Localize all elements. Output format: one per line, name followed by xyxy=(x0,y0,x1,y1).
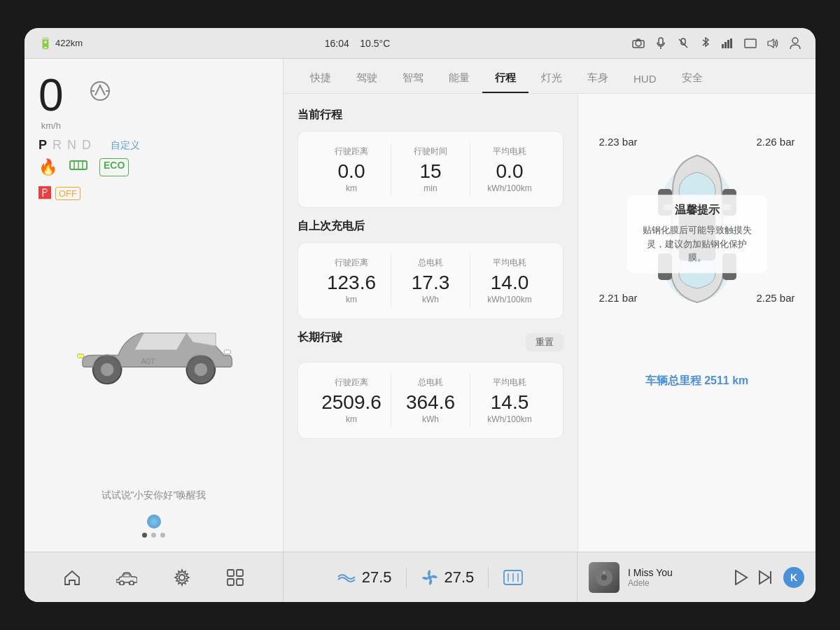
warning-icons: 🅿 OFF xyxy=(38,186,269,201)
tab-灯光[interactable]: 灯光 xyxy=(528,64,575,93)
nav-settings[interactable] xyxy=(173,568,191,587)
gear-N[interactable]: N xyxy=(67,138,76,153)
signal-icon[interactable] xyxy=(722,37,734,50)
battery-indicator: 🔋 422km xyxy=(38,36,83,50)
gear-D[interactable]: D xyxy=(82,138,91,153)
climate-left-temp: 27.5 xyxy=(362,568,392,587)
svg-line-4 xyxy=(679,39,687,48)
svg-rect-38 xyxy=(227,570,234,576)
music-info: I Miss You Adele xyxy=(628,567,726,588)
status-center: 16:04 10.5°C xyxy=(325,38,391,49)
svg-text:A07: A07 xyxy=(141,358,155,366)
drive-mode xyxy=(85,80,115,105)
tire-panel: 2.23 bar 2.26 bar 2.21 bar 2.25 bar xyxy=(578,94,816,552)
svg-point-42 xyxy=(428,575,432,580)
voice-prompt: 试试说"小安你好"唤醒我 xyxy=(38,489,269,502)
play-button[interactable] xyxy=(734,570,748,585)
music-controls: K xyxy=(734,567,804,588)
svg-rect-39 xyxy=(237,570,243,576)
main-screen: 🔋 422km 16:04 10.5°C xyxy=(24,28,816,602)
svg-rect-9 xyxy=(730,38,732,48)
svg-marker-51 xyxy=(760,571,769,584)
tire-rl: 2.21 bar xyxy=(599,292,638,304)
stat-total-energy-long: 总电耗 364.6 kWh xyxy=(391,374,470,427)
page-dot-2[interactable] xyxy=(151,533,156,538)
tab-快捷[interactable]: 快捷 xyxy=(298,64,344,93)
ac-icon xyxy=(337,570,356,585)
user-icon[interactable] xyxy=(789,37,802,50)
bluetooth-icon[interactable] xyxy=(699,37,712,50)
page-dot-3[interactable] xyxy=(160,533,165,538)
gear-P[interactable]: P xyxy=(38,138,47,153)
voice-dot[interactable] xyxy=(147,514,161,528)
music-section: I Miss You Adele K xyxy=(578,562,816,593)
tab-HUD[interactable]: HUD xyxy=(621,66,669,93)
svg-point-48 xyxy=(601,575,607,580)
mic-icon[interactable] xyxy=(654,37,667,50)
speed-unit: km/h xyxy=(41,120,61,131)
warning-text: 贴钢化膜后可能导致触摸失灵，建议勿加贴钢化保护膜。 xyxy=(638,223,756,265)
climate-left[interactable]: 27.5 xyxy=(337,568,392,587)
tab-能量[interactable]: 能量 xyxy=(436,64,482,93)
svg-point-37 xyxy=(179,575,185,580)
current-trip-stats: 行驶距离 0.0 km 行驶时间 15 min 平均电耗 xyxy=(312,143,549,196)
current-time: 16:04 xyxy=(325,38,349,49)
svg-point-0 xyxy=(636,41,641,46)
long-term-stats: 行驶距离 2509.6 km 总电耗 364.6 kWh 平均电耗 xyxy=(312,374,549,427)
music-title: I Miss You xyxy=(628,567,726,578)
gear-R[interactable]: R xyxy=(52,138,62,153)
tab-安全[interactable]: 安全 xyxy=(669,64,715,93)
window-icon[interactable] xyxy=(744,37,757,50)
svg-point-36 xyxy=(130,581,134,585)
since-charge-stats: 行驶距离 123.6 km 总电耗 17.3 kWh 平均电耗 xyxy=(312,254,549,307)
svg-rect-40 xyxy=(227,579,234,585)
left-panel: 0 km/h P R N D 自定义 xyxy=(24,59,284,552)
tab-智驾[interactable]: 智驾 xyxy=(390,64,436,93)
tire-fl: 2.23 bar xyxy=(599,136,638,148)
svg-rect-6 xyxy=(722,44,724,48)
since-charge-card: 行驶距离 123.6 km 总电耗 17.3 kWh 平均电耗 xyxy=(298,242,564,319)
volume-icon[interactable] xyxy=(766,37,779,50)
climate-fan[interactable]: 27.5 xyxy=(421,568,475,587)
svg-rect-7 xyxy=(724,42,727,48)
svg-rect-25 xyxy=(224,350,230,354)
stat-avg-energy-long: 平均电耗 14.5 kWh/100km xyxy=(470,374,549,427)
stat-distance-charge: 行驶距离 123.6 km xyxy=(312,254,391,307)
svg-marker-50 xyxy=(736,570,747,584)
warning-title: 温馨提示 xyxy=(638,203,756,218)
warning-overlay: 温馨提示 贴钢化膜后可能导致触摸失灵，建议勿加贴钢化保护膜。 xyxy=(627,195,767,273)
content-area: 当前行程 行驶距离 0.0 km 行驶时间 15 min xyxy=(284,94,816,552)
music-artist: Adele xyxy=(628,578,726,588)
tab-bar: 快捷 驾驶 智驾 能量 行程 灯光 车身 HUD 安全 xyxy=(284,59,816,94)
stat-time-current: 行驶时间 15 min xyxy=(391,143,470,196)
since-charge-title: 自上次充电后 xyxy=(298,219,564,234)
tab-驾驶[interactable]: 驾驶 xyxy=(344,64,390,93)
battery-icon: 🔋 xyxy=(38,36,52,50)
nav-car[interactable] xyxy=(116,570,137,585)
bottom-nav xyxy=(24,552,284,602)
current-trip-title: 当前行程 xyxy=(298,108,564,122)
nav-apps[interactable] xyxy=(226,568,244,587)
mic-off-icon[interactable] xyxy=(677,37,690,50)
page-dot-1[interactable] xyxy=(142,533,147,538)
tab-车身[interactable]: 车身 xyxy=(575,64,621,93)
indicators-row: 🔥 ECO xyxy=(38,158,269,176)
long-term-title: 长期行驶 xyxy=(298,330,342,345)
nav-home[interactable] xyxy=(63,568,81,587)
custom-btn[interactable]: 自定义 xyxy=(111,139,140,152)
bottom-right: 27.5 27.5 xyxy=(284,552,816,602)
fire-indicator: 🔥 xyxy=(38,158,57,176)
reset-button[interactable]: 重置 xyxy=(526,333,564,351)
tab-行程[interactable]: 行程 xyxy=(482,64,528,93)
climate-divider xyxy=(406,567,407,588)
next-button[interactable] xyxy=(758,570,774,585)
camera-icon[interactable] xyxy=(632,37,645,50)
svg-point-35 xyxy=(120,581,124,585)
svg-point-49 xyxy=(603,571,606,574)
k-badge[interactable]: K xyxy=(783,567,804,588)
climate-heat[interactable] xyxy=(503,569,524,586)
right-panel: 快捷 驾驶 智驾 能量 行程 灯光 车身 HUD 安全 当前行程 xyxy=(284,59,816,552)
svg-rect-8 xyxy=(727,40,729,48)
page-dots xyxy=(38,533,269,538)
current-trip-card: 行驶距离 0.0 km 行驶时间 15 min 平均电耗 xyxy=(298,131,564,208)
